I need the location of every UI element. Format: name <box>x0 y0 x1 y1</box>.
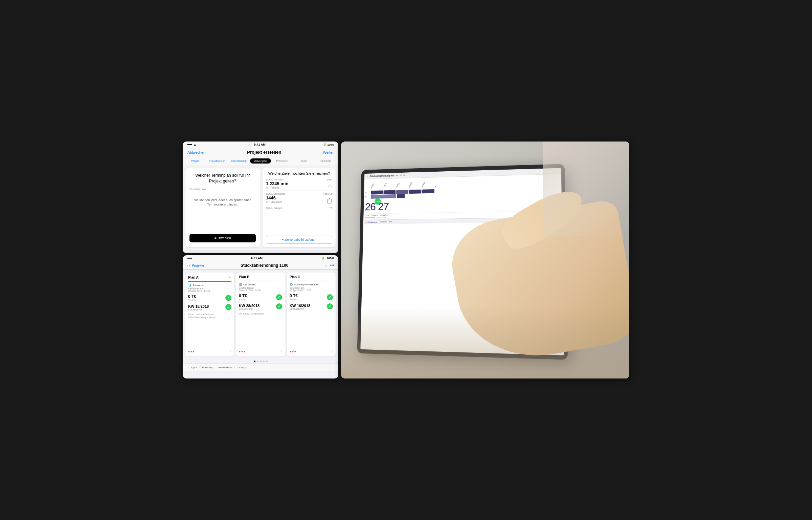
step-bar: Projekt Projektbereich Beschreibung Ziel… <box>183 157 338 165</box>
plan-b-header: Plan B <box>239 275 282 281</box>
ziele-title: Welche Ziele möchten Sie erreichen? <box>266 171 332 175</box>
tablet-title: Stückzahlerhöhung 660 <box>369 174 394 177</box>
plan-c-cost-label: Kosten <box>290 298 298 301</box>
plan-b-cost: 0 T€ <box>239 294 247 298</box>
toolbar-evaluation[interactable]: Evaluation <box>218 366 232 369</box>
gantt-col-1: 10Y3C7 <box>371 180 383 190</box>
terminplan-subtext: Sie können jetzt, oder auch später einen… <box>189 198 256 207</box>
plan-a-cost-label: Kosten <box>188 299 196 301</box>
projekt-erstellen-screen: ••••• ▲ 9:41 AM 🔋 100% Abbrechen Projekt… <box>183 142 338 253</box>
back-button[interactable]: ‹ < Projekte <box>187 264 204 267</box>
auswaehlen-button[interactable]: Auswählen <box>189 234 256 242</box>
terminplan-title: Welcher Terminplan soll für Ihr Projekt … <box>189 173 256 184</box>
right-panel-photo: ‹ Stückzahlerhöhung 660 ✏ ↗ ✕ <box>341 142 629 378</box>
more-icon[interactable]: ••• <box>330 263 334 268</box>
plan-c-date-label: Einsatztermin <box>290 308 310 310</box>
plan-b-date: KW 28/2018 <box>239 304 260 308</box>
taktzeit-value: 1,2345 min <box>266 181 289 186</box>
step-beschreibung[interactable]: Beschreibung <box>228 158 249 164</box>
screen-title: Stückzahlerhöhung 1100 <box>241 263 288 268</box>
plan-a-header: Plan A ★ <box>188 275 231 282</box>
nav-title: Projekt erstellen <box>247 150 281 155</box>
tablet-tab-material: Material <box>380 221 386 223</box>
gantt-bar-1-1 <box>371 190 383 194</box>
battery-level: 100% <box>328 143 334 146</box>
gantt-bar-1-5 <box>422 189 434 193</box>
plan-a-action: 📊 Auswerten <box>188 284 231 287</box>
plan-a-footer: ••• › <box>188 346 231 354</box>
step-praemissen[interactable]: Prämissen <box>272 158 293 164</box>
stueckzahl-icon: 📋 <box>326 198 332 203</box>
plan-b-dots[interactable]: ••• <box>239 348 246 354</box>
stueckzahlerhohung-screen: ••••• 9:41 AM 🔋 100% ‹ < Projekte Stückz… <box>183 255 338 378</box>
ziele-card: Welche Ziele möchten Sie erreichen? SOLL… <box>263 168 336 247</box>
plan-c-arrow[interactable]: › <box>332 349 333 353</box>
plan-a-dots[interactable]: ••• <box>188 348 195 354</box>
budget-field: SOLL Budget T€ <box>266 207 332 211</box>
plan-c-card: Plan C ⚙️ Schwerpunktanlagen Bearbeitet … <box>287 273 336 356</box>
budget-label: SOLL Budget <box>266 207 282 210</box>
plan-b-date-check: ✓ <box>276 303 282 309</box>
gantt-label-6: Ka... <box>435 184 437 189</box>
auswerten-icon: 📊 <box>188 284 191 287</box>
einsatztermin-label: Einsatztermin <box>189 188 256 191</box>
tablet-tab-bild: Bild <box>389 221 392 223</box>
plan-a-arrow[interactable]: › <box>230 349 231 353</box>
gantt-row-label-2: R2 <box>364 196 370 198</box>
back-label: < Projekte <box>189 264 204 267</box>
plan-c-dots[interactable]: ••• <box>290 348 297 354</box>
tablet-tab-auslastung: 📊 Auslastung <box>365 221 377 223</box>
stueckzahl-subvalue: IST Stückzahl <box>266 200 285 203</box>
number-26: 26 <box>365 201 376 213</box>
search-icon[interactable]: ○ <box>325 263 327 268</box>
signal-dots-bottom: ••••• <box>187 257 192 260</box>
plan-c-cost: 0 T€ <box>290 294 298 298</box>
main-container: ••••• ▲ 9:41 AM 🔋 100% Abbrechen Projekt… <box>183 142 629 378</box>
auswerten-label: Auswerten <box>193 284 205 287</box>
gantt-row-label-1: R1 <box>364 192 370 194</box>
status-left: ••••• ▲ <box>187 143 197 146</box>
step-zielvorgabe[interactable]: Zielvorgabe <box>250 158 271 164</box>
plan-b-arrow[interactable]: › <box>281 349 282 353</box>
number-26-container: C271 26 <box>365 201 376 213</box>
dot-4 <box>263 361 265 362</box>
gantt-col-5: T0Y4C2 <box>422 179 434 189</box>
sep-1: › <box>199 366 200 369</box>
add-zielvorgabe-button[interactable]: + Zielvorgabe hinzufügen <box>266 236 332 244</box>
toolbar-output[interactable]: ↑ Output <box>237 366 247 369</box>
taktzeit-label: SOLL Taktzeit <box>266 178 289 181</box>
plan-b-action: 🔄 Umtakten <box>239 283 282 286</box>
step-team[interactable]: Team <box>293 158 314 164</box>
plan-a-date-check: ✓ <box>225 304 231 310</box>
sep-3: › <box>234 366 235 369</box>
toolbar-planning[interactable]: Planning <box>202 366 213 369</box>
plan-b-cost-label: Kosten <box>239 298 247 301</box>
weiter-button[interactable]: Weiter <box>323 150 334 154</box>
step-projekt[interactable]: Projekt <box>185 158 206 164</box>
schwerpunkt-icon: ⚙️ <box>290 283 293 286</box>
stueckzahl-field: SOLL Stückzahl 1446 IST Stückzahl Fzg./A… <box>266 192 332 205</box>
schwerpunkt-label: Schwerpunktanlagen <box>294 283 319 286</box>
cancel-button[interactable]: Abbrechen <box>187 150 205 154</box>
stueckzahl-value: 1446 <box>266 195 285 200</box>
battery-icon-bottom: 🔋 <box>321 257 325 260</box>
step-uebersicht[interactable]: Übersicht <box>315 158 336 164</box>
tablet-toolbar-icons: ✏ ↗ ✕ <box>396 174 405 177</box>
plan-a-note: Ohne zusätzl. ArbeitsplatzFTS Kabelstran… <box>188 313 231 319</box>
time-bottom: 9:41 AM <box>251 257 263 260</box>
plan-c-footer: ••• › <box>290 346 333 354</box>
gantt-label-3: T0Y4C2 <box>396 182 400 190</box>
status-right: 🔋 100% <box>323 143 334 146</box>
plan-b-footer: ••• › <box>239 346 282 354</box>
star-icon: ★ <box>228 275 231 280</box>
gantt-label-1: 10Y3C7 <box>371 183 374 190</box>
plan-a-card: Plan A ★ 📊 Auswerten Bearbeitet am20 Apr… <box>185 273 234 356</box>
toolbar-input[interactable]: Input <box>191 366 197 369</box>
gantt-label-2: T0Y4C2 <box>383 183 387 190</box>
plan-c-edited: Bearbeitet am19 April 2018 · 16:30 <box>290 287 333 291</box>
plan-c-cost-row: 0 T€ Kosten ✓ <box>290 294 333 301</box>
plan-a-date-label: Einsatztermin <box>188 308 209 311</box>
step-projektbereich[interactable]: Projektbereich <box>206 158 227 164</box>
gantt-col-4: T0Y4C2 <box>409 179 422 189</box>
plan-a-date: KW 18/2018 <box>188 304 209 308</box>
